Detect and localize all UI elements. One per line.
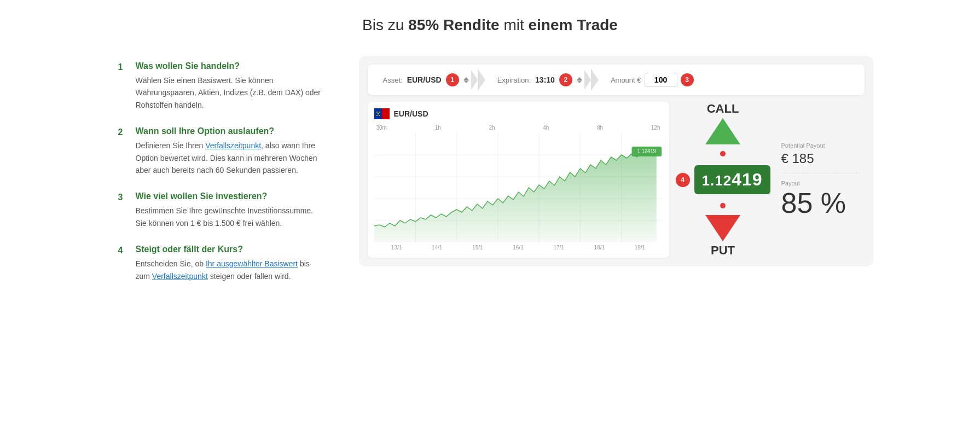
svg-text:1.12419: 1.12419 xyxy=(637,148,656,154)
step-1-text: Wählen Sie einen Basiswert. Sie können W… xyxy=(136,74,326,111)
svg-rect-1 xyxy=(382,108,390,119)
call-button[interactable]: CALL xyxy=(705,102,740,144)
svg-point-4 xyxy=(379,112,380,113)
call-up-arrow xyxy=(705,118,740,144)
badge-1: 1 xyxy=(446,73,459,86)
chart-svg: 1.12419 xyxy=(374,133,663,242)
step-3-text: Bestimmen Sie Ihre gewünschte Investitio… xyxy=(136,205,326,229)
badge-4: 4 xyxy=(676,173,690,187)
payout-panel: Potential Payout € 185 Payout 85 % xyxy=(777,102,865,258)
payout-label: Payout xyxy=(781,180,860,187)
asset-label: Asset: xyxy=(383,76,403,84)
widget-body: EUR/USD 30m 1h 2h 4h 8h 12h xyxy=(368,102,865,258)
expiration-value: 13:10 xyxy=(535,75,555,84)
badge-3: 3 xyxy=(681,73,694,86)
amount-section: Amount € 3 xyxy=(602,73,703,87)
chart-header: EUR/USD xyxy=(374,108,663,119)
call-indicator-dot xyxy=(720,151,726,156)
put-label: PUT xyxy=(711,243,735,258)
trading-widget: Asset: EUR/USD 1 Expiration: 13:10 2 xyxy=(359,56,873,266)
put-button[interactable]: PUT xyxy=(705,215,740,258)
page-title: Bis zu 85% Rendite mit einem Trade xyxy=(362,16,618,34)
step-4-text: Entscheiden Sie, ob Ihr ausgewählter Bas… xyxy=(136,258,326,282)
potential-payout-label: Potential Payout xyxy=(781,142,860,149)
call-label: CALL xyxy=(707,102,739,116)
step-2-title: Wann soll Ihre Option auslaufen? xyxy=(136,126,326,136)
potential-payout-value: € 185 xyxy=(781,151,860,166)
step-4-title: Steigt oder fällt der Kurs? xyxy=(136,245,326,254)
put-indicator-dot xyxy=(720,203,726,208)
step-4: 4 Steigt oder fällt der Kurs? Entscheide… xyxy=(118,245,326,282)
step-3: 3 Wie viel wollen Sie investieren? Besti… xyxy=(118,191,326,229)
payout-item: Payout 85 % xyxy=(781,180,860,217)
chart-pair-label: EUR/USD xyxy=(394,109,428,118)
price-display: 4 1.12419 xyxy=(676,165,770,194)
chart-section: EUR/USD 30m 1h 2h 4h 8h 12h xyxy=(368,102,669,258)
price-whole: 1.12 xyxy=(702,172,732,189)
asset-spinner[interactable] xyxy=(463,77,469,83)
chart-date-labels: 13/1 14/1 15/1 16/1 17/1 18/1 19/1 xyxy=(374,245,663,251)
steps-panel: 1 Was wollen Sie handeln? Wählen Sie ein… xyxy=(107,56,337,303)
svg-point-2 xyxy=(377,113,378,114)
step-2-text: Definieren Sie Ihren Verfallszeitpunkt, … xyxy=(136,139,326,176)
step-1: 1 Was wollen Sie handeln? Wählen Sie ein… xyxy=(118,61,326,111)
price-decimal: 419 xyxy=(732,170,762,189)
put-down-arrow xyxy=(705,215,740,241)
asset-section: Asset: EUR/USD 1 xyxy=(374,73,478,86)
amount-label: Amount € xyxy=(611,76,641,84)
current-price-box: 1.12419 xyxy=(694,165,770,194)
payout-value: 85 % xyxy=(781,189,860,217)
arrow-divider-2 xyxy=(591,69,602,91)
svg-point-3 xyxy=(376,112,378,113)
arrow-divider-1 xyxy=(478,69,489,91)
expiration-label: Expiration: xyxy=(497,76,531,84)
expiration-spinner[interactable] xyxy=(577,77,582,83)
svg-point-6 xyxy=(379,115,380,116)
chart-time-labels: 30m 1h 2h 4h 8h 12h xyxy=(374,125,663,131)
main-layout: 1 Was wollen Sie handeln? Wählen Sie ein… xyxy=(107,56,873,303)
step-2: 2 Wann soll Ihre Option auslaufen? Defin… xyxy=(118,126,326,176)
step-3-title: Wie viel wollen Sie investieren? xyxy=(136,191,326,201)
step-1-number: 1 xyxy=(118,62,128,72)
step-4-number: 4 xyxy=(118,246,128,255)
eu-flag-icon xyxy=(374,108,390,119)
svg-point-5 xyxy=(376,115,378,116)
asset-value: EUR/USD xyxy=(407,75,442,84)
widget-topbar: Asset: EUR/USD 1 Expiration: 13:10 2 xyxy=(368,65,865,95)
potential-payout-item: Potential Payout € 185 xyxy=(781,142,860,173)
step-3-number: 3 xyxy=(118,193,128,202)
expiration-section: Expiration: 13:10 2 xyxy=(489,73,591,86)
step-2-number: 2 xyxy=(118,127,128,137)
step-1-title: Was wollen Sie handeln? xyxy=(136,61,326,71)
badge-2: 2 xyxy=(559,73,572,86)
amount-input[interactable] xyxy=(645,73,677,87)
controls-section: CALL 4 1.12419 xyxy=(676,102,770,258)
chart-canvas: 1.12419 xyxy=(374,133,663,242)
